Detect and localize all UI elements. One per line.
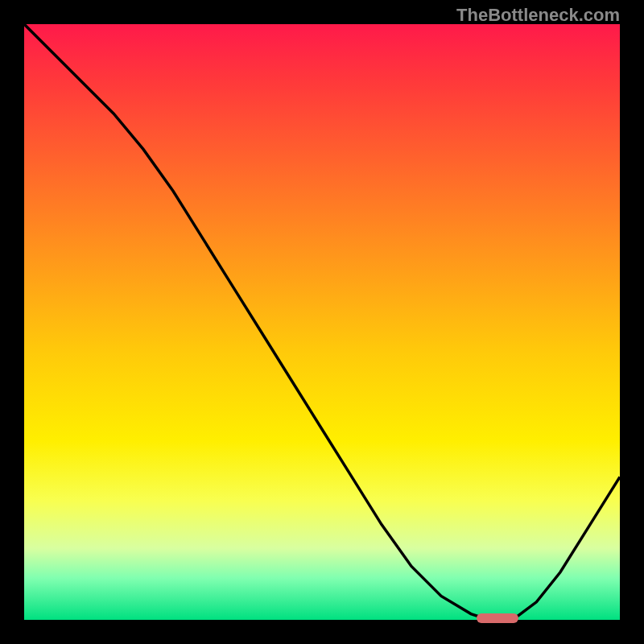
optimal-range-marker — [477, 613, 518, 623]
bottleneck-curve — [24, 24, 620, 620]
chart-container: TheBottleneck.com — [0, 0, 644, 644]
watermark-label: TheBottleneck.com — [456, 5, 620, 26]
plot-area — [24, 24, 620, 620]
